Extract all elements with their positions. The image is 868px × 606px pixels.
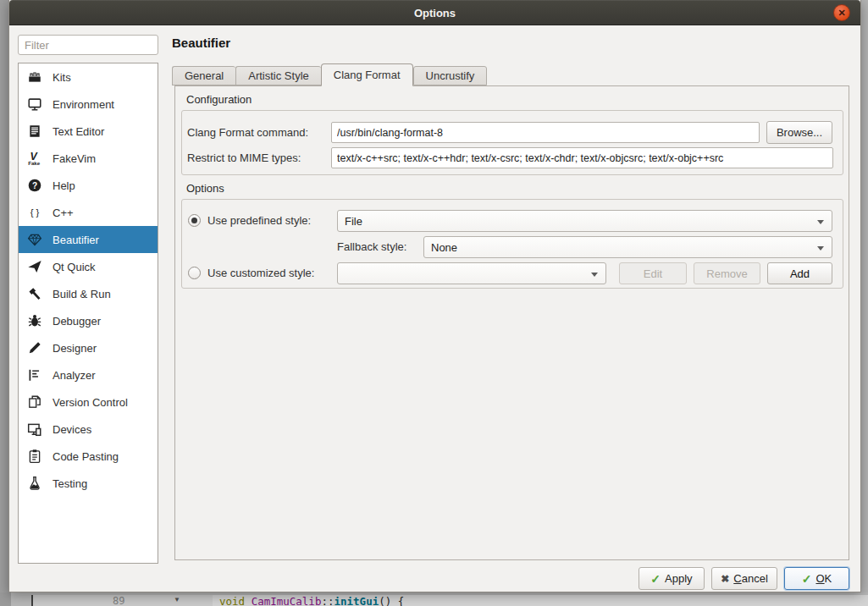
- sidebar-item-label: Qt Quick: [53, 261, 96, 273]
- text-editor-icon: [27, 124, 42, 139]
- sidebar-item-label: Kits: [53, 71, 71, 84]
- sidebar-item-debugger[interactable]: Debugger: [19, 307, 158, 334]
- browse-button[interactable]: Browse...: [766, 121, 832, 144]
- fallback-style-combobox[interactable]: None: [423, 236, 832, 258]
- background-left-strip: [0, 0, 8, 606]
- editor-border-line: [31, 595, 33, 606]
- sidebar-item-build-run[interactable]: Build & Run: [19, 280, 158, 307]
- fold-marker-icon: ▼: [174, 596, 180, 603]
- version-control-icon: [27, 394, 42, 410]
- ok-button[interactable]: ✓ OK: [784, 567, 849, 590]
- cpp-icon: { }: [27, 205, 42, 220]
- svg-text:Fake: Fake: [28, 160, 41, 166]
- tab-clang-format[interactable]: Clang Format: [321, 63, 413, 86]
- predefined-style-radio[interactable]: [188, 214, 201, 227]
- sidebar-item-label: FakeVim: [53, 152, 96, 165]
- ok-check-icon: ✓: [802, 572, 812, 586]
- close-icon[interactable]: ✕: [833, 4, 850, 21]
- configuration-group-box: Clang Format command: Browse... Restrict…: [181, 110, 843, 175]
- sidebar-item-environment[interactable]: Environment: [19, 91, 158, 118]
- edit-button[interactable]: Edit: [619, 262, 687, 284]
- customized-style-combobox[interactable]: [337, 262, 606, 284]
- sidebar-item-label: Help: [53, 179, 75, 192]
- sidebar-item-help[interactable]: ?Help: [19, 172, 158, 199]
- sidebar-list: KitsEnvironmentText EditorVFakeFakeVim?H…: [18, 63, 158, 564]
- sidebar-item-label: Code Pasting: [53, 450, 119, 463]
- sidebar-item-qt-quick[interactable]: Qt Quick: [19, 253, 158, 280]
- sidebar-item-label: Analyzer: [53, 369, 96, 382]
- options-group-label: Options: [186, 182, 224, 195]
- sidebar-item-label: Text Editor: [53, 125, 104, 138]
- sidebar-item-label: Beautifier: [53, 234, 99, 246]
- command-label: Clang Format command:: [187, 122, 308, 143]
- line-number: 89: [113, 595, 124, 606]
- editor-gutter: 89 ▼ void CamImuCalib::initGui() {: [33, 595, 868, 606]
- remove-button[interactable]: Remove: [694, 262, 760, 284]
- sidebar-item-label: Environment: [53, 98, 114, 111]
- clang-format-pane: Configuration Clang Format command: Brow…: [174, 85, 849, 560]
- window-title: Options: [9, 0, 860, 25]
- ok-button-label: OK: [815, 572, 832, 585]
- mime-label: Restrict to MIME types:: [187, 147, 301, 168]
- apply-button-label: Apply: [665, 572, 693, 585]
- page-title: Beautifier: [172, 36, 230, 50]
- sidebar-item-label: Debugger: [53, 315, 101, 328]
- code-pasting-icon: [27, 449, 42, 464]
- svg-text:{ }: { }: [30, 207, 40, 218]
- designer-icon: [27, 340, 42, 355]
- analyzer-icon: [27, 367, 42, 383]
- command-input[interactable]: [331, 122, 760, 143]
- dialog-body: KitsEnvironmentText EditorVFakeFakeVim?H…: [9, 25, 860, 592]
- cancel-button[interactable]: ✖ Cancel: [711, 567, 777, 590]
- code-line: void CamImuCalib::initGui() {: [219, 595, 404, 606]
- sidebar-item-text-editor[interactable]: Text Editor: [19, 118, 158, 145]
- options-group-box: Use predefined style: File Fallback styl…: [181, 199, 843, 289]
- fakevim-icon: VFake: [27, 151, 42, 166]
- sidebar-item-fakevim[interactable]: VFakeFakeVim: [19, 145, 158, 172]
- sidebar-item-analyzer[interactable]: Analyzer: [19, 361, 158, 388]
- apply-button[interactable]: ✓ Apply: [639, 567, 705, 590]
- sidebar-item-designer[interactable]: Designer: [19, 334, 158, 361]
- fallback-style-value: None: [431, 241, 457, 254]
- tab-artistic-style[interactable]: Artistic Style: [235, 66, 321, 85]
- apply-check-icon: ✓: [650, 572, 661, 586]
- customized-style-label: Use customized style:: [207, 262, 314, 284]
- background-right-strip: [861, 0, 868, 606]
- titlebar[interactable]: Options ✕: [9, 0, 860, 25]
- screen: 89 ▼ void CamImuCalib::initGui() { Optio…: [0, 0, 868, 606]
- configuration-group-label: Configuration: [186, 93, 252, 106]
- editor-left-margin: [0, 592, 11, 606]
- sidebar-item-label: Build & Run: [53, 288, 111, 300]
- tab-bar: GeneralArtistic StyleClang FormatUncrust…: [172, 63, 487, 85]
- sidebar-item-label: Testing: [53, 477, 87, 490]
- sidebar-item-label: Designer: [53, 342, 97, 355]
- sidebar-item-beautifier[interactable]: Beautifier: [19, 226, 158, 253]
- fallback-style-label: Fallback style:: [337, 236, 406, 257]
- cancel-button-label: Cancel: [733, 572, 767, 585]
- sidebar-item-devices[interactable]: Devices: [19, 416, 158, 443]
- sidebar-item-code-pasting[interactable]: Code Pasting: [19, 443, 158, 470]
- sidebar-item-label: C++: [53, 207, 74, 219]
- customized-style-radio[interactable]: [188, 267, 201, 279]
- tab-uncrustify[interactable]: Uncrustify: [413, 66, 488, 85]
- build-run-icon: [27, 286, 42, 301]
- filter-input[interactable]: [18, 35, 158, 55]
- predefined-style-label: Use predefined style:: [207, 210, 311, 231]
- tab-general[interactable]: General: [172, 66, 235, 85]
- options-dialog: Options ✕ KitsEnvironmentText EditorVFak…: [8, 0, 861, 592]
- add-button[interactable]: Add: [767, 262, 832, 284]
- background-code-editor: 89 ▼ void CamImuCalib::initGui() {: [0, 592, 868, 606]
- kits-icon: [27, 69, 42, 85]
- sidebar-item-version-control[interactable]: Version Control: [19, 388, 158, 416]
- predefined-style-combobox[interactable]: File: [337, 210, 832, 232]
- sidebar-item-c[interactable]: { }C++: [19, 199, 158, 226]
- beautifier-icon: [27, 232, 42, 247]
- sidebar-item-label: Version Control: [53, 396, 128, 409]
- devices-icon: [27, 421, 42, 437]
- cancel-cross-icon: ✖: [721, 573, 729, 585]
- help-icon: ?: [27, 178, 42, 193]
- debugger-icon: [27, 313, 42, 328]
- mime-input[interactable]: [331, 147, 833, 168]
- sidebar-item-kits[interactable]: Kits: [19, 63, 158, 91]
- sidebar-item-testing[interactable]: Testing: [19, 470, 158, 497]
